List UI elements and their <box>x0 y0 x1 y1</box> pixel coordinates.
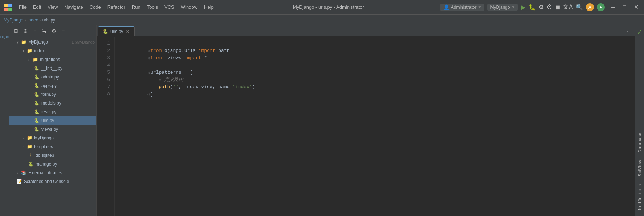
profile-run-button[interactable]: ⏱ <box>547 4 553 11</box>
menu-code[interactable]: Code <box>87 3 104 11</box>
tree-item-manage[interactable]: 🐍 manage.py <box>9 160 96 168</box>
tree-label-root: MyDjango <box>28 40 70 45</box>
tree-label-migrations: migrations <box>40 57 95 62</box>
py-icon-init: 🐍 <box>34 66 40 71</box>
scview-panel-btn[interactable]: SciView <box>636 157 643 179</box>
line-numbers: 1 2 3 4 5 6 7 8 <box>97 37 115 216</box>
tree-label-external-libs: External Libraries <box>28 170 95 175</box>
tree-item-index[interactable]: ▾ 📁 index <box>9 46 96 55</box>
panel-filter-btn[interactable]: ≒ <box>41 27 48 34</box>
tree-item-sqlite[interactable]: 🗄 db.sqlite3 <box>9 151 96 160</box>
menu-window[interactable]: Window <box>178 3 200 11</box>
fold-icon-2[interactable]: ◁ <box>147 56 150 60</box>
tab-more-btn[interactable]: ⋮ <box>621 28 633 34</box>
tree-item-urls[interactable]: 🐍 urls.py <box>9 116 96 125</box>
tree-label-init: __init__.py <box>41 66 95 71</box>
tree-item-apps[interactable]: 🐍 apps.py <box>9 81 96 90</box>
tree-item-templates[interactable]: › 📁 templates <box>9 142 96 151</box>
tree-label-form: form.py <box>41 92 95 97</box>
tab-label: urls.py <box>110 29 123 34</box>
folder-templates-icon: 📁 <box>27 144 33 149</box>
tree-item-migrations[interactable]: › 📁 migrations <box>9 55 96 64</box>
status-check-icon: ✓ <box>637 28 642 36</box>
menu-help[interactable]: Help <box>201 3 217 11</box>
menu-tools[interactable]: Tools <box>144 3 161 11</box>
py-icon-form: 🐍 <box>34 92 40 97</box>
breadcrumb-file: urls.py <box>42 17 55 23</box>
py-icon-tests: 🐍 <box>34 109 40 114</box>
svg-rect-0 <box>4 4 8 7</box>
maximize-button[interactable]: □ <box>619 2 629 12</box>
fold-icon-4[interactable]: ◁ <box>147 71 150 75</box>
panel-collapse-btn[interactable]: ≡ <box>31 27 38 34</box>
tree-item-mydjango-root[interactable]: ▾ 📁 MyDjango D:\MyDjango <box>9 38 96 46</box>
breadcrumb-sep-1: › <box>25 17 26 23</box>
fold-icon-7[interactable]: ◁ <box>147 93 150 97</box>
database-panel-btn[interactable]: Database <box>636 130 643 155</box>
run-button[interactable]: ▶ <box>521 3 526 11</box>
tree-item-external-libs[interactable]: › 📚 External Libraries <box>9 168 96 177</box>
tree-item-init[interactable]: 🐍 __init__.py <box>9 64 96 73</box>
tree-item-scratches[interactable]: 📝 Scratches and Console <box>9 177 96 186</box>
tree-label-manage: manage.py <box>36 162 95 167</box>
debug-button[interactable]: 🐛 <box>529 4 536 11</box>
menu-edit[interactable]: Edit <box>30 3 44 11</box>
panel-layout-btn[interactable]: ⊞ <box>12 27 20 34</box>
tab-close-btn[interactable]: × <box>125 29 130 34</box>
tree-item-views[interactable]: 🐍 views.py <box>9 125 96 134</box>
tree-item-mydjango-sub[interactable]: › 📁 MyDjango <box>9 134 96 142</box>
tree-label-models: models.py <box>41 101 95 106</box>
search-everywhere-button[interactable]: 🔍 <box>576 4 583 11</box>
minimize-button[interactable]: ─ <box>608 2 618 12</box>
tree-item-admin[interactable]: 🐍 admin.py <box>9 73 96 81</box>
tree-label-admin: admin.py <box>41 74 95 80</box>
svg-rect-1 <box>8 4 12 7</box>
menu-file[interactable]: File <box>16 3 29 11</box>
panel-add-btn[interactable]: ⊕ <box>22 27 29 34</box>
tree-item-form[interactable]: 🐍 form.py <box>9 90 96 99</box>
menu-view[interactable]: View <box>45 3 61 11</box>
tree-label-scratches: Scratches and Console <box>24 179 95 184</box>
panel-toolbar: ⊞ ⊕ ≡ ≒ ⚙ − <box>9 25 96 36</box>
line-num-2: 2 <box>97 47 111 54</box>
breadcrumb-mydjango[interactable]: MyDjango <box>4 17 23 23</box>
breadcrumb-sep-2: › <box>40 17 41 23</box>
run-config-btn[interactable]: MyDjango ▼ <box>487 4 518 11</box>
menu-run[interactable]: Run <box>129 3 143 11</box>
blue-folder-icon: 📁 <box>27 48 33 53</box>
py-icon-admin: 🐍 <box>34 74 40 80</box>
project-tree: ▾ 📁 MyDjango D:\MyDjango ▾ 📁 index › 📁 <box>9 36 96 216</box>
tree-item-tests[interactable]: 🐍 tests.py <box>9 107 96 116</box>
py-icon-views: 🐍 <box>34 127 40 132</box>
translate-button[interactable]: 文A <box>563 3 573 11</box>
editor-area: 🐍 urls.py × ⋮ 1 2 3 4 5 6 7 8 ◁from djan… <box>97 25 635 216</box>
tree-label-urls: urls.py <box>41 118 95 123</box>
line-num-7: 7 <box>97 83 111 91</box>
tab-urls-py[interactable]: 🐍 urls.py × <box>98 26 135 36</box>
ai-button[interactable]: ✦ <box>597 3 605 11</box>
panel-hide-btn[interactable]: − <box>60 27 67 34</box>
fold-icon-1[interactable]: ◁ <box>147 49 150 53</box>
stop-button[interactable]: ◼ <box>555 4 560 11</box>
code-line-6: path('', index_view, name='index') <box>119 76 630 83</box>
blue-folder-migrations-icon: 📁 <box>33 57 38 62</box>
root-path: D:\MyDjango <box>72 40 95 44</box>
breadcrumb-index[interactable]: index <box>28 17 38 23</box>
user-avatar[interactable]: A <box>586 3 594 11</box>
code-content[interactable]: ◁from django.urls import path ◁from .vie… <box>115 37 635 216</box>
notifications-panel-btn[interactable]: Notifications <box>636 181 643 213</box>
blue-folder-sub-icon: 📁 <box>27 135 33 140</box>
breadcrumb-bar: MyDjango › index › urls.py <box>0 15 644 25</box>
menu-navigate[interactable]: Navigate <box>61 3 86 11</box>
menu-vcs[interactable]: VCS <box>162 3 177 11</box>
tree-item-models[interactable]: 🐍 models.py <box>9 99 96 107</box>
menu-refactor[interactable]: Refactor <box>105 3 128 11</box>
coverage-button[interactable]: ⚙ <box>539 4 544 11</box>
tab-icon: 🐍 <box>103 29 108 34</box>
line-num-3: 3 <box>97 54 111 62</box>
profile-btn[interactable]: 👤 Administrator ▼ <box>440 4 485 11</box>
close-button[interactable]: ✕ <box>631 2 641 12</box>
panel-settings-btn[interactable]: ⚙ <box>50 27 57 34</box>
library-icon: 📚 <box>21 170 27 175</box>
py-icon-urls: 🐍 <box>34 118 40 123</box>
